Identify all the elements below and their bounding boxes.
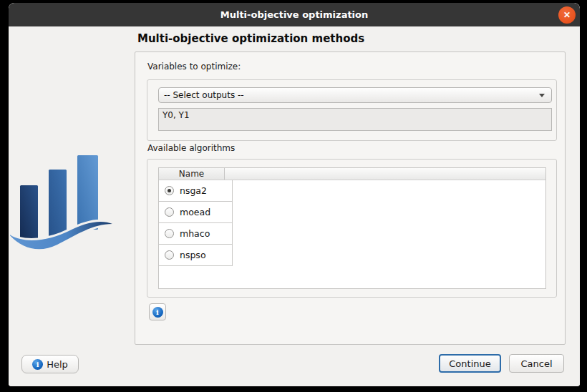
title-bar[interactable]: Multi-objective optimization ✕	[9, 3, 580, 26]
algorithm-name: nspso	[180, 250, 206, 260]
radio-button-moead[interactable]	[165, 207, 174, 217]
methods-panel: Variables to optimize: -- Select outputs…	[135, 52, 566, 345]
selected-outputs-value: Y0, Y1	[162, 110, 190, 120]
algorithms-group: Name nsga2 moead mhaco	[147, 159, 557, 298]
outputs-dropdown-value: -- Select outputs --	[164, 90, 244, 100]
variables-label: Variables to optimize:	[147, 62, 241, 72]
radio-button-nspso[interactable]	[165, 250, 174, 260]
table-row[interactable]: moead	[159, 202, 233, 223]
help-button-label: Help	[47, 359, 68, 370]
continue-button-label: Continue	[449, 358, 490, 369]
variables-group: -- Select outputs -- Y0, Y1	[147, 79, 557, 141]
chevron-down-icon	[539, 94, 545, 97]
cancel-button[interactable]: Cancel	[509, 354, 564, 373]
cancel-button-label: Cancel	[520, 358, 552, 369]
dialog-content: Multi-objective optimization methods	[9, 26, 580, 386]
radio-button-nsga2[interactable]	[165, 186, 174, 195]
algorithm-name: mhaco	[180, 228, 210, 239]
help-info-icon: i	[32, 359, 43, 370]
screenshot-frame: Multi-objective optimization ✕ Multi-obj…	[0, 0, 587, 392]
bar-chart-wave-logo	[10, 150, 122, 260]
table-row[interactable]: nspso	[159, 245, 233, 266]
algorithm-name: moead	[180, 207, 210, 217]
close-icon: ✕	[563, 10, 571, 20]
dialog-window: Multi-objective optimization ✕ Multi-obj…	[9, 3, 580, 386]
close-button[interactable]: ✕	[558, 6, 576, 24]
help-button[interactable]: i Help	[21, 355, 79, 373]
table-header-row: Name	[159, 168, 545, 180]
info-icon: i	[152, 307, 163, 318]
algorithm-name: nsga2	[180, 185, 207, 196]
algorithms-table: Name nsga2 moead mhaco	[158, 167, 546, 289]
outputs-dropdown[interactable]: -- Select outputs --	[158, 87, 552, 103]
table-row[interactable]: nsga2	[159, 180, 233, 202]
info-button[interactable]: i	[149, 303, 166, 320]
selected-outputs-field[interactable]: Y0, Y1	[158, 108, 552, 131]
window-title: Multi-objective optimization	[220, 9, 369, 20]
page-title: Multi-objective optimization methods	[137, 32, 364, 45]
radio-button-mhaco[interactable]	[165, 229, 174, 238]
table-row[interactable]: mhaco	[159, 223, 233, 245]
continue-button[interactable]: Continue	[439, 354, 501, 373]
column-header-name[interactable]: Name	[159, 168, 225, 180]
algorithms-label: Available algorithms	[147, 143, 235, 153]
